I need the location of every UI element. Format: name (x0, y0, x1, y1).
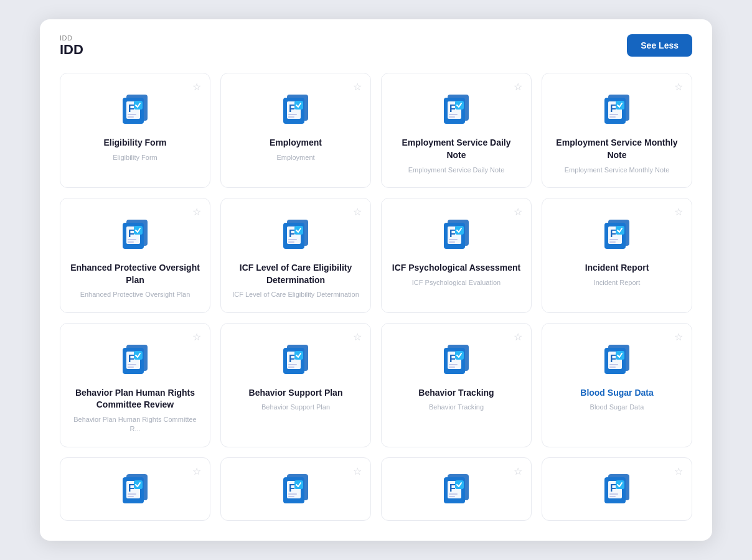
card-star-eligibility-form[interactable]: ☆ (192, 81, 201, 93)
card-title-icf-level-of-care-eligibility-determination: ICF Level of Care Eligibility Determinat… (231, 262, 360, 286)
card-blood-sugar-data[interactable]: ☆ F Blood Sugar Data Blood Sugar Data (542, 323, 692, 447)
card-icon-partial-4: F (597, 468, 637, 508)
card-icon-employment-service-daily-note: F (436, 88, 476, 128)
svg-rect-68 (288, 364, 297, 365)
card-icon-icf-psychological-assessment: F (436, 213, 476, 253)
svg-text:F: F (610, 228, 616, 239)
card-icon-icf-level-of-care-eligibility-determination: F (276, 213, 316, 253)
card-behavior-tracking[interactable]: ☆ F Behavior Tracking Behavior Tracking (381, 323, 532, 447)
svg-rect-69 (288, 366, 294, 368)
card-star-incident-report[interactable]: ☆ (674, 206, 683, 218)
card-title-behavior-plan-human-rights: Behavior Plan Human Rights Committee Rev… (70, 387, 200, 411)
svg-text:F: F (610, 103, 616, 114)
card-title-behavior-support-plan: Behavior Support Plan (249, 387, 343, 399)
card-subtitle-blood-sugar-data: Blood Sugar Data (590, 403, 644, 412)
card-partial-1[interactable]: ☆ F (60, 457, 210, 521)
card-title-incident-report: Incident Report (585, 262, 649, 274)
card-title-employment-service-monthly-note: Employment Service Monthly Note (552, 137, 682, 161)
svg-rect-61 (128, 364, 136, 365)
card-icon-behavior-plan-human-rights: F (115, 338, 155, 378)
card-employment[interactable]: ☆ F Employment Employment (220, 73, 371, 188)
svg-rect-12 (288, 114, 297, 115)
card-enhanced-protective-oversight-plan[interactable]: ☆ F Enhanced Protective Oversight Plan E… (60, 198, 210, 313)
header-left: IDD IDD (60, 34, 83, 58)
svg-text:F: F (449, 228, 456, 239)
card-title-employment-service-daily-note: Employment Service Daily Note (392, 137, 521, 161)
card-subtitle-eligibility-form: Eligibility Form (113, 153, 157, 162)
card-partial-3[interactable]: ☆ F (381, 457, 532, 521)
svg-rect-26 (609, 114, 618, 115)
card-partial-2[interactable]: ☆ F (220, 457, 371, 521)
card-star-blood-sugar-data[interactable]: ☆ (674, 331, 683, 343)
card-incident-report[interactable]: ☆ F Incident Report Incident Report (542, 198, 692, 313)
header: IDD IDD See Less (60, 34, 692, 58)
svg-rect-13 (288, 116, 294, 118)
card-subtitle-enhanced-protective-oversight-plan: Enhanced Protective Oversight Plan (80, 290, 190, 299)
card-star-partial-4[interactable]: ☆ (674, 465, 683, 477)
svg-rect-82 (609, 364, 618, 365)
svg-rect-48 (449, 241, 455, 243)
card-icon-enhanced-protective-oversight-plan: F (115, 213, 155, 253)
card-grid: ☆ F Eligibility Form Eligibility Form ☆ (60, 73, 692, 520)
card-icon-employment-service-monthly-note: F (597, 88, 637, 128)
card-icon-partial-1: F (115, 468, 155, 508)
card-star-behavior-tracking[interactable]: ☆ (514, 331, 522, 343)
card-icf-psychological-assessment[interactable]: ☆ F ICF Psychological Assessment ICF Psy… (381, 198, 532, 313)
card-behavior-support-plan[interactable]: ☆ F Behavior Support Plan Behavior Suppo… (220, 323, 371, 447)
svg-rect-111 (609, 496, 616, 497)
svg-rect-5 (128, 114, 136, 115)
svg-text:F: F (449, 483, 456, 493)
svg-rect-75 (449, 364, 458, 365)
svg-rect-76 (449, 366, 455, 368)
svg-text:F: F (610, 353, 616, 364)
card-subtitle-icf-psychological-assessment: ICF Psychological Evaluation (412, 278, 501, 287)
svg-rect-19 (449, 114, 458, 115)
card-star-partial-1[interactable]: ☆ (192, 465, 201, 477)
card-icon-partial-2: F (276, 468, 316, 508)
card-star-partial-3[interactable]: ☆ (514, 465, 522, 477)
idd-label: IDD (60, 34, 83, 42)
card-title-eligibility-form: Eligibility Form (103, 137, 166, 149)
card-star-employment-service-daily-note[interactable]: ☆ (514, 81, 522, 93)
svg-rect-6 (128, 116, 134, 118)
card-star-employment-service-monthly-note[interactable]: ☆ (674, 81, 683, 93)
svg-text:F: F (128, 483, 134, 493)
card-subtitle-employment-service-daily-note: Employment Service Daily Note (408, 166, 505, 175)
card-icon-behavior-tracking: F (436, 338, 476, 378)
svg-text:F: F (289, 103, 295, 114)
card-icf-level-of-care-eligibility-determination[interactable]: ☆ F ICF Level of Care Eligibility Determ… (220, 198, 371, 313)
svg-text:F: F (610, 483, 616, 493)
svg-rect-83 (609, 366, 616, 368)
card-subtitle-employment: Employment (276, 153, 314, 162)
card-star-employment[interactable]: ☆ (353, 81, 362, 93)
card-eligibility-form[interactable]: ☆ F Eligibility Form Eligibility Form (60, 73, 210, 188)
card-star-icf-psychological-assessment[interactable]: ☆ (514, 206, 522, 218)
card-employment-service-daily-note[interactable]: ☆ F Employment Service Daily Note Employ… (381, 73, 532, 188)
svg-text:F: F (289, 228, 295, 239)
card-subtitle-behavior-support-plan: Behavior Support Plan (261, 403, 330, 412)
svg-rect-41 (288, 241, 294, 243)
card-star-behavior-support-plan[interactable]: ☆ (353, 331, 362, 343)
svg-rect-27 (609, 116, 616, 118)
svg-rect-47 (449, 239, 458, 240)
svg-text:F: F (128, 353, 134, 364)
card-title-employment: Employment (270, 137, 322, 149)
svg-rect-96 (288, 493, 297, 495)
card-partial-4[interactable]: ☆ F (542, 457, 692, 521)
card-star-behavior-plan-human-rights[interactable]: ☆ (192, 331, 201, 343)
svg-rect-89 (128, 493, 136, 495)
svg-rect-62 (128, 366, 134, 368)
svg-rect-34 (128, 241, 134, 243)
card-icon-partial-3: F (436, 468, 476, 508)
card-star-partial-2[interactable]: ☆ (353, 465, 362, 477)
card-employment-service-monthly-note[interactable]: ☆ F Employment Service Monthly Note Empl… (542, 73, 692, 188)
card-star-enhanced-protective-oversight-plan[interactable]: ☆ (192, 206, 201, 218)
card-title-enhanced-protective-oversight-plan: Enhanced Protective Oversight Plan (70, 262, 200, 286)
card-icon-behavior-support-plan: F (276, 338, 316, 378)
svg-rect-90 (128, 496, 134, 497)
see-less-button[interactable]: See Less (627, 34, 692, 57)
svg-rect-103 (449, 493, 458, 495)
card-behavior-plan-human-rights[interactable]: ☆ F Behavior Plan Human Rights Committee… (60, 323, 210, 447)
card-star-icf-level-of-care-eligibility-determination[interactable]: ☆ (353, 206, 362, 218)
svg-text:F: F (289, 483, 295, 493)
